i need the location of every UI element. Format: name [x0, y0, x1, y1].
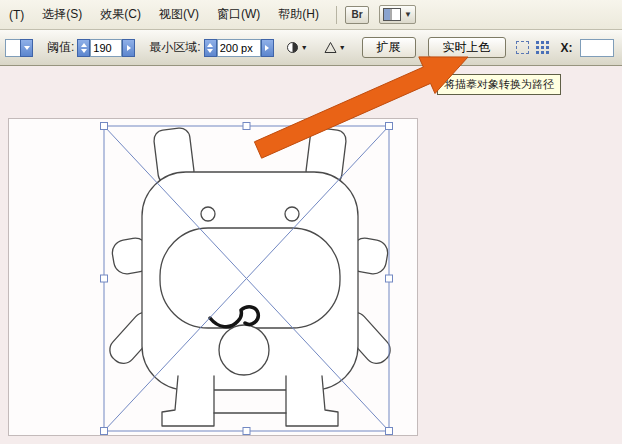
min-area-label: 最小区域: [149, 39, 200, 56]
menu-select[interactable]: 选择(S) [33, 3, 91, 26]
document-canvas[interactable] [0, 66, 622, 444]
menu-bar: (T) 选择(S) 效果(C) 视图(V) 窗口(W) 帮助(H) Br ▼ [0, 0, 622, 30]
cow-mouth [219, 325, 269, 375]
expand-button[interactable]: 扩展 [362, 37, 416, 58]
menu-effect[interactable]: 效果(C) [91, 3, 150, 26]
menu-type[interactable]: (T) [0, 5, 33, 25]
trace-result-icon [286, 41, 299, 54]
control-right-icons: X: [516, 39, 614, 57]
selection-handle[interactable] [101, 123, 108, 130]
selection-handle[interactable] [386, 123, 393, 130]
tooltip: 将描摹对象转换为路径 [437, 74, 561, 95]
preset-dropdown-field [5, 39, 20, 57]
cow-muzzle [160, 228, 340, 328]
menu-help[interactable]: 帮助(H) [269, 3, 328, 26]
illustrator-window: (T) 选择(S) 效果(C) 视图(V) 窗口(W) 帮助(H) Br ▼ 阈… [0, 0, 622, 444]
panels-glyph [383, 8, 401, 21]
selection-handle[interactable] [101, 275, 108, 282]
selection-handle[interactable] [243, 123, 250, 130]
live-paint-button[interactable]: 实时上色 [428, 37, 506, 58]
trace-result-view-button[interactable]: ▼ [282, 38, 312, 57]
chevron-down-icon[interactable] [20, 39, 33, 57]
threshold-input[interactable] [90, 39, 122, 57]
selection-handle[interactable] [101, 428, 108, 435]
trace-outline-icon [324, 41, 337, 54]
selection-handle[interactable] [386, 428, 393, 435]
threshold-label: 阈值: [47, 39, 74, 56]
threshold-spinner[interactable] [77, 39, 90, 57]
traced-object[interactable] [99, 121, 394, 436]
min-area-slider-icon[interactable] [261, 39, 274, 57]
workspace-panels-icon[interactable]: ▼ [379, 5, 416, 24]
trace-outline-view-button[interactable]: ▼ [320, 38, 350, 57]
x-coordinate-label: X: [561, 41, 573, 55]
menu-view[interactable]: 视图(V) [150, 3, 208, 26]
chevron-down-icon: ▼ [339, 44, 346, 51]
cow-eye-right [285, 207, 299, 221]
selection-bounds-icon[interactable] [516, 41, 529, 54]
x-coordinate-input[interactable] [580, 39, 614, 57]
preset-dropdown[interactable] [5, 39, 33, 57]
align-grid-icon[interactable] [536, 41, 550, 55]
menu-separator [336, 6, 337, 24]
min-area-input[interactable] [217, 39, 261, 57]
min-area-spinner[interactable] [204, 39, 217, 57]
cow-outline-drawing[interactable] [105, 127, 394, 426]
chevron-down-icon: ▼ [301, 44, 308, 51]
chevron-down-icon: ▼ [404, 10, 412, 19]
selection-handle[interactable] [243, 428, 250, 435]
cow-eye-left [201, 207, 215, 221]
bridge-icon[interactable]: Br [345, 6, 369, 24]
min-area-stepper [204, 39, 274, 57]
threshold-slider-icon[interactable] [122, 39, 135, 57]
control-bar: 阈值: 最小区域: ▼ ▼ 扩展 实时上色 [0, 30, 622, 66]
menu-window[interactable]: 窗口(W) [208, 3, 269, 26]
threshold-stepper [77, 39, 135, 57]
selection-handle[interactable] [386, 275, 393, 282]
